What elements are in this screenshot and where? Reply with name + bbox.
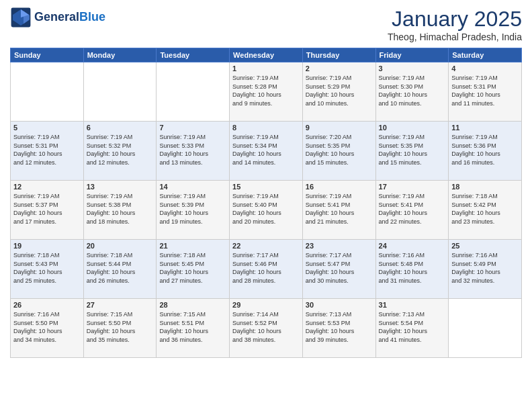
day-number: 21	[159, 242, 226, 250]
day-info: Sunrise: 7:19 AM Sunset: 5:28 PM Dayligh…	[232, 74, 300, 107]
week-row-3: 12Sunrise: 7:19 AM Sunset: 5:37 PM Dayli…	[11, 181, 522, 240]
calendar-cell: 13Sunrise: 7:19 AM Sunset: 5:38 PM Dayli…	[83, 181, 157, 240]
day-info: Sunrise: 7:19 AM Sunset: 5:41 PM Dayligh…	[306, 192, 373, 226]
calendar-cell: 25Sunrise: 7:16 AM Sunset: 5:49 PM Dayli…	[449, 240, 522, 299]
day-number: 24	[379, 242, 446, 250]
day-info: Sunrise: 7:19 AM Sunset: 5:32 PM Dayligh…	[87, 133, 154, 167]
day-info: Sunrise: 7:17 AM Sunset: 5:47 PM Dayligh…	[306, 251, 373, 285]
day-number: 23	[306, 242, 373, 250]
calendar-cell: 8Sunrise: 7:19 AM Sunset: 5:34 PM Daylig…	[230, 122, 303, 181]
weekday-header-wednesday: Wednesday	[230, 48, 303, 62]
calendar-cell: 18Sunrise: 7:18 AM Sunset: 5:42 PM Dayli…	[449, 181, 522, 240]
day-info: Sunrise: 7:19 AM Sunset: 5:39 PM Dayligh…	[159, 192, 226, 226]
calendar-cell: 1Sunrise: 7:19 AM Sunset: 5:28 PM Daylig…	[230, 62, 303, 122]
day-number: 2	[306, 64, 373, 73]
day-number: 22	[232, 242, 300, 250]
day-info: Sunrise: 7:19 AM Sunset: 5:36 PM Dayligh…	[451, 133, 519, 167]
day-info: Sunrise: 7:19 AM Sunset: 5:38 PM Dayligh…	[87, 192, 154, 226]
day-info: Sunrise: 7:18 AM Sunset: 5:43 PM Dayligh…	[13, 251, 81, 285]
day-number: 18	[451, 183, 519, 191]
calendar-cell: 10Sunrise: 7:19 AM Sunset: 5:35 PM Dayli…	[375, 122, 449, 181]
day-info: Sunrise: 7:18 AM Sunset: 5:45 PM Dayligh…	[159, 251, 226, 285]
day-number: 29	[232, 301, 300, 309]
calendar-cell: 29Sunrise: 7:14 AM Sunset: 5:52 PM Dayli…	[230, 299, 303, 358]
day-info: Sunrise: 7:19 AM Sunset: 5:31 PM Dayligh…	[451, 74, 519, 107]
weekday-header-tuesday: Tuesday	[157, 48, 230, 62]
day-info: Sunrise: 7:17 AM Sunset: 5:46 PM Dayligh…	[232, 251, 300, 285]
day-info: Sunrise: 7:19 AM Sunset: 5:40 PM Dayligh…	[232, 192, 300, 226]
calendar-cell: 22Sunrise: 7:17 AM Sunset: 5:46 PM Dayli…	[230, 240, 303, 299]
calendar-cell: 21Sunrise: 7:18 AM Sunset: 5:45 PM Dayli…	[157, 240, 230, 299]
day-info: Sunrise: 7:14 AM Sunset: 5:52 PM Dayligh…	[232, 310, 300, 344]
day-number: 17	[379, 183, 446, 191]
logo-icon	[10, 7, 32, 28]
weekday-header-saturday: Saturday	[449, 48, 522, 62]
calendar-cell: 6Sunrise: 7:19 AM Sunset: 5:32 PM Daylig…	[83, 122, 157, 181]
day-number: 26	[13, 301, 81, 309]
subtitle: Theog, Himachal Pradesh, India	[388, 32, 522, 42]
day-info: Sunrise: 7:13 AM Sunset: 5:53 PM Dayligh…	[306, 310, 373, 344]
calendar-cell: 23Sunrise: 7:17 AM Sunset: 5:47 PM Dayli…	[302, 240, 375, 299]
day-info: Sunrise: 7:19 AM Sunset: 5:41 PM Dayligh…	[379, 192, 446, 226]
day-number: 11	[451, 124, 519, 132]
weekday-header-row: SundayMondayTuesdayWednesdayThursdayFrid…	[11, 48, 522, 62]
day-info: Sunrise: 7:13 AM Sunset: 5:54 PM Dayligh…	[379, 310, 446, 344]
weekday-header-sunday: Sunday	[11, 48, 84, 62]
calendar-cell: 11Sunrise: 7:19 AM Sunset: 5:36 PM Dayli…	[449, 122, 522, 181]
day-number: 16	[306, 183, 373, 191]
day-info: Sunrise: 7:19 AM Sunset: 5:33 PM Dayligh…	[159, 133, 226, 167]
day-info: Sunrise: 7:18 AM Sunset: 5:44 PM Dayligh…	[87, 251, 154, 285]
day-number: 3	[379, 64, 446, 73]
day-number: 4	[451, 64, 519, 73]
calendar-cell: 15Sunrise: 7:19 AM Sunset: 5:40 PM Dayli…	[230, 181, 303, 240]
calendar-cell: 9Sunrise: 7:20 AM Sunset: 5:35 PM Daylig…	[302, 122, 375, 181]
day-number: 8	[232, 124, 300, 132]
day-number: 5	[13, 124, 81, 132]
day-number: 7	[159, 124, 226, 132]
day-number: 6	[87, 124, 154, 132]
calendar-table: SundayMondayTuesdayWednesdayThursdayFrid…	[10, 48, 522, 358]
day-info: Sunrise: 7:19 AM Sunset: 5:34 PM Dayligh…	[232, 133, 300, 167]
title-area: January 2025 Theog, Himachal Pradesh, In…	[388, 7, 522, 42]
day-info: Sunrise: 7:19 AM Sunset: 5:31 PM Dayligh…	[13, 133, 81, 167]
week-row-4: 19Sunrise: 7:18 AM Sunset: 5:43 PM Dayli…	[11, 240, 522, 299]
day-number: 9	[306, 124, 373, 132]
day-number: 1	[232, 64, 300, 73]
calendar-cell: 19Sunrise: 7:18 AM Sunset: 5:43 PM Dayli…	[11, 240, 84, 299]
day-number: 20	[87, 242, 154, 250]
header: GeneralBlue January 2025 Theog, Himachal…	[10, 7, 522, 42]
day-number: 31	[379, 301, 446, 309]
calendar-cell	[157, 62, 230, 122]
calendar-cell: 31Sunrise: 7:13 AM Sunset: 5:54 PM Dayli…	[375, 299, 449, 358]
day-number: 27	[87, 301, 154, 309]
calendar-cell: 16Sunrise: 7:19 AM Sunset: 5:41 PM Dayli…	[302, 181, 375, 240]
day-info: Sunrise: 7:19 AM Sunset: 5:29 PM Dayligh…	[306, 74, 373, 107]
day-number: 15	[232, 183, 300, 191]
calendar-cell: 26Sunrise: 7:16 AM Sunset: 5:50 PM Dayli…	[11, 299, 84, 358]
calendar-cell: 17Sunrise: 7:19 AM Sunset: 5:41 PM Dayli…	[375, 181, 449, 240]
calendar-cell	[11, 62, 84, 122]
logo-line2: Blue	[79, 10, 105, 24]
calendar-cell: 27Sunrise: 7:15 AM Sunset: 5:50 PM Dayli…	[83, 299, 157, 358]
calendar-cell: 12Sunrise: 7:19 AM Sunset: 5:37 PM Dayli…	[11, 181, 84, 240]
calendar-cell: 7Sunrise: 7:19 AM Sunset: 5:33 PM Daylig…	[157, 122, 230, 181]
weekday-header-friday: Friday	[375, 48, 449, 62]
week-row-5: 26Sunrise: 7:16 AM Sunset: 5:50 PM Dayli…	[11, 299, 522, 358]
day-info: Sunrise: 7:15 AM Sunset: 5:51 PM Dayligh…	[159, 310, 226, 344]
calendar-cell: 3Sunrise: 7:19 AM Sunset: 5:30 PM Daylig…	[375, 62, 449, 122]
week-row-1: 1Sunrise: 7:19 AM Sunset: 5:28 PM Daylig…	[11, 62, 522, 122]
day-number: 19	[13, 242, 81, 250]
week-row-2: 5Sunrise: 7:19 AM Sunset: 5:31 PM Daylig…	[11, 122, 522, 181]
page: GeneralBlue January 2025 Theog, Himachal…	[0, 0, 532, 411]
day-info: Sunrise: 7:15 AM Sunset: 5:50 PM Dayligh…	[87, 310, 154, 344]
day-number: 12	[13, 183, 81, 191]
calendar-cell: 5Sunrise: 7:19 AM Sunset: 5:31 PM Daylig…	[11, 122, 84, 181]
day-number: 14	[159, 183, 226, 191]
logo-text: GeneralBlue	[34, 11, 105, 24]
weekday-header-thursday: Thursday	[302, 48, 375, 62]
day-info: Sunrise: 7:18 AM Sunset: 5:42 PM Dayligh…	[451, 192, 519, 226]
calendar-cell: 2Sunrise: 7:19 AM Sunset: 5:29 PM Daylig…	[302, 62, 375, 122]
day-number: 30	[306, 301, 373, 309]
weekday-header-monday: Monday	[83, 48, 157, 62]
calendar-cell	[449, 299, 522, 358]
